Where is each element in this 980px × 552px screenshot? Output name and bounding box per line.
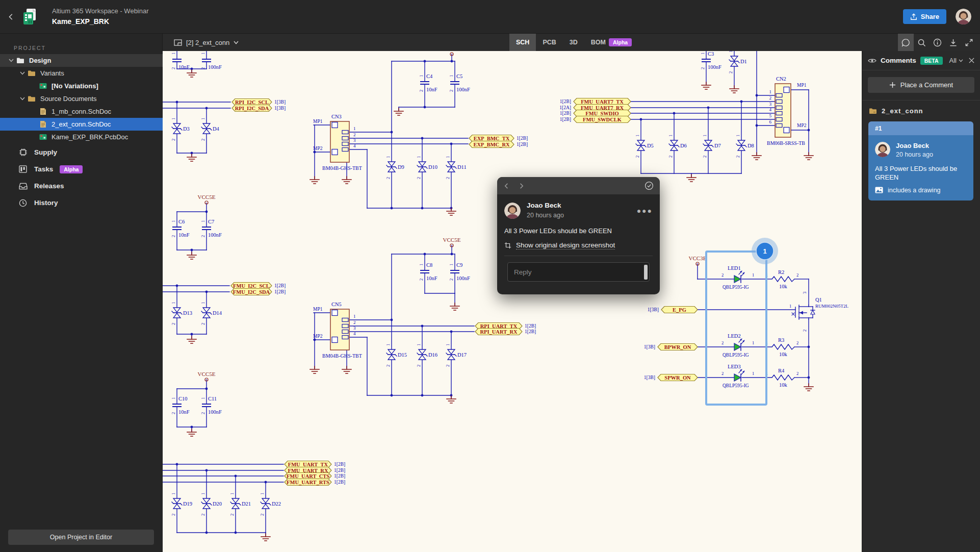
svg-text:1: 1 [789,304,791,309]
svg-text:2: 2 [419,279,424,281]
comment-card[interactable]: #1 Joao Beck 20 hours ago All 3 Power LE… [868,121,973,200]
reply-scrollbar[interactable] [644,265,648,280]
fullscreen-button[interactable] [961,34,977,51]
comment-menu-button[interactable]: ●●● [637,207,653,215]
sidebar-item-supply[interactable]: Supply [0,144,163,161]
eye-icon[interactable] [868,58,876,64]
svg-text:2: 2 [171,139,176,141]
sidebar-item-history[interactable]: History [0,194,163,211]
comment-text: All 3 Power LEDs should be GREEN [875,164,967,182]
place-comment-button[interactable]: Place a Comment [868,77,974,93]
svg-text:100nF: 100nF [456,87,470,92]
open-project-button[interactable]: Open Project in Editor [8,530,154,545]
image-icon [875,187,883,193]
svg-text:10k: 10k [779,284,788,289]
close-panel-button[interactable] [969,58,974,63]
view-tabs: SCHPCB3DBOMAlpha [509,34,638,51]
svg-text:10nF: 10nF [178,64,190,70]
svg-text:1[3B]: 1[3B] [644,375,655,380]
previous-comment-button[interactable] [503,183,510,189]
document-toolbar: [2] 2_ext_conn SCHPCB3DBOMAlpha [163,34,980,51]
svg-text:2: 2 [728,71,733,73]
svg-text:10nF: 10nF [426,87,437,92]
tree-item-kame-exp-brk-pcbdoc[interactable]: Kame_EXP_BRK.PcbDoc [0,131,163,143]
clock-icon [18,199,28,207]
svg-text:2: 2 [200,412,205,414]
back-button[interactable] [4,10,18,24]
tab-sch[interactable]: SCH [509,34,536,51]
svg-text:1: 1 [700,53,705,55]
tree-item-source-documents[interactable]: Source Documents [0,92,163,105]
info-icon [933,38,942,47]
svg-text:100nF: 100nF [208,409,222,415]
svg-text:MP1: MP1 [313,307,323,312]
schematic-diode-D14: D1412 [200,302,222,325]
chevron-down-icon[interactable] [18,71,27,75]
svg-text:D14: D14 [213,310,222,316]
reply-input[interactable]: Reply [507,262,650,282]
comment-doc-group[interactable]: 2_ext_conn [862,101,980,118]
chevron-down-icon[interactable] [7,59,15,62]
svg-text:3: 3 [769,102,772,107]
tab-bom[interactable]: BOMAlpha [584,34,638,51]
schematic-capacitor-100nF: 100nF12 [200,53,222,70]
alpha-badge: Alpha [609,38,632,46]
tab-pcb[interactable]: PCB [536,34,562,51]
tasks-icon [18,165,28,173]
tree-item-1-mb-conn-schdoc[interactable]: 1_mb_conn.SchDoc [0,105,163,118]
comment-popup: Joao Beck 20 hours ago ●●● All 3 Power L… [497,177,660,294]
folder-light-icon [15,57,25,64]
chevron-down-icon [234,41,239,44]
svg-text:D5: D5 [647,143,654,148]
net-flag-fmu_swdclk: FMU_SWDCLK1[2B] [560,116,631,123]
svg-text:C9: C9 [456,262,462,268]
next-comment-button[interactable] [518,183,525,189]
svg-text:FMU_SWDCLK: FMU_SWDCLK [583,117,622,122]
search-button[interactable] [914,34,930,51]
commenter-name: Joao Beck [896,141,933,151]
beta-badge: BETA [920,57,943,65]
comments-filter-dropdown[interactable]: All [949,57,963,64]
crop-icon [504,242,511,249]
sidebar-item-releases[interactable]: Releases [0,178,163,194]
altium-365-logo-icon [20,7,39,26]
svg-text:1: 1 [752,340,754,345]
project-tree: DesignVariants[No Variations]Source Docu… [0,54,163,143]
commenter-avatar [875,142,890,157]
schematic-diode-D5: D512 [635,135,654,158]
tree-item--no-variations-[interactable]: [No Variations] [0,80,163,92]
svg-text:1: 1 [200,220,205,222]
chevron-down-icon[interactable] [18,97,27,101]
download-button[interactable] [945,34,961,51]
tab-3d[interactable]: 3D [563,34,584,51]
user-avatar[interactable] [956,9,971,24]
info-button[interactable] [930,34,945,51]
sidebar-item-tasks[interactable]: TasksAlpha [0,161,163,178]
ground-symbol [261,534,270,541]
svg-text:3: 3 [353,138,356,143]
schematic-canvas[interactable]: 10nF12100nF12C610nF12C7100nF12C1010nF12C… [163,51,862,552]
resolve-comment-button[interactable] [644,181,654,190]
svg-text:1: 1 [449,264,454,266]
svg-text:1[2B]: 1[2B] [334,473,345,479]
show-original-screenshot-link[interactable]: Show original design screenshot [516,241,615,249]
tree-item-2-ext-conn-schdoc[interactable]: 2_ext_conn.SchDoc [0,118,163,131]
chevron-down-icon [959,59,963,62]
comments-toggle-button[interactable] [898,34,914,51]
svg-text:2: 2 [419,90,424,92]
document-selector[interactable]: [2] 2_ext_conn [174,34,239,51]
svg-text:1: 1 [416,344,421,346]
tree-item-variants[interactable]: Variants [0,67,163,80]
share-button[interactable]: Share [903,9,946,24]
tree-item-design[interactable]: Design [0,54,163,67]
schematic-diode-D15: D1512 [385,344,407,367]
svg-text:2: 2 [200,67,205,69]
svg-text:1[2B]: 1[2B] [560,111,571,116]
comment-marker-1[interactable]: 1 [752,238,778,264]
svg-text:D20: D20 [213,501,222,507]
svg-text:2: 2 [200,235,205,237]
svg-text:1: 1 [385,156,391,158]
check-circle-icon [644,181,654,190]
svg-text:D7: D7 [714,143,721,148]
svg-text:2: 2 [721,371,724,376]
